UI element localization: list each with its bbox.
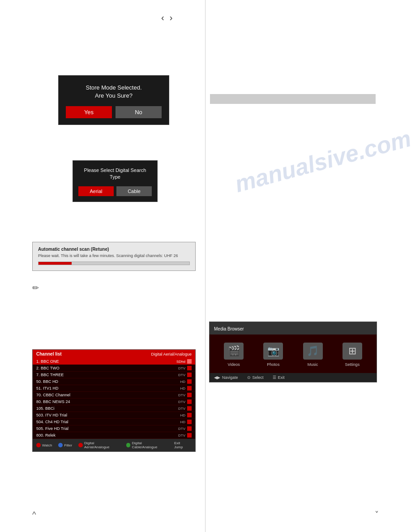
footer-filter: Filter	[58, 443, 72, 447]
media-item-music[interactable]: 🎵 Music	[303, 343, 323, 367]
media-browser-box: Media Browser 🎬 Videos 📷 Photos 🎵 Music …	[209, 322, 377, 382]
channel-icon	[187, 426, 192, 431]
channel-row[interactable]: 105. BBCi DTV	[33, 405, 195, 412]
bottom-down-arrow[interactable]: ˅	[375, 510, 379, 519]
footer-watch: Watch	[36, 443, 52, 447]
media-item-label: Music	[308, 362, 318, 367]
channel-type: DTV	[178, 400, 185, 404]
channel-row[interactable]: 503. ITV HD Trial HD	[33, 412, 195, 419]
channel-type: HD	[180, 380, 185, 384]
gray-bar	[210, 94, 376, 104]
channel-type: HD	[180, 386, 185, 390]
scan-description: Please wait. This is will take a few min…	[38, 253, 190, 258]
channel-row[interactable]: 800. Relek DTV	[33, 432, 195, 439]
channel-name: 7. BBC THREE	[36, 373, 178, 377]
channel-icon	[187, 359, 192, 364]
filter-label: Filter	[64, 443, 72, 447]
channel-icon	[187, 399, 192, 404]
channel-icon	[187, 373, 192, 377]
channel-row[interactable]: 504. Ch4 HD Trial HD	[33, 419, 195, 425]
media-browser-content: 🎬 Videos 📷 Photos 🎵 Music ⊞ Settings	[210, 335, 377, 373]
channel-row[interactable]: 1. BBC ONE SDhd	[33, 358, 195, 365]
channel-row[interactable]: 50. BBC HD HD	[33, 378, 195, 385]
footer-exit: Exit Jump	[174, 441, 192, 449]
aerial-label: Digital Aerial/Analogue	[84, 441, 120, 449]
channel-row[interactable]: 505. Five HD Trial DTV	[33, 425, 195, 432]
aerial-button[interactable]: Aerial	[78, 186, 114, 196]
media-browser-title: Media Browser	[214, 326, 244, 331]
channel-row[interactable]: 80. BBC NEWS 24 DTV	[33, 399, 195, 405]
no-button[interactable]: No	[116, 106, 162, 118]
footer-digital-aerial: Digital Aerial/Analogue	[78, 441, 120, 449]
mb-footer-exit: ☰ Exit	[273, 375, 285, 380]
channel-name: 504. Ch4 HD Trial	[36, 420, 180, 424]
cable-button[interactable]: Cable	[116, 186, 152, 196]
channel-type: DTV	[178, 393, 185, 397]
cable-label: Digital Cable/Analogue	[132, 441, 167, 449]
cable-dot	[126, 443, 131, 447]
nav-arrows: ‹ ›	[161, 13, 172, 23]
media-item-photos[interactable]: 📷 Photos	[263, 343, 283, 367]
channel-icon	[187, 413, 192, 417]
channel-type: DTV	[178, 433, 185, 438]
channel-icon	[187, 420, 192, 424]
channel-row[interactable]: 7. BBC THREE DTV	[33, 372, 195, 378]
film-icon: 🎬	[224, 343, 244, 360]
search-type-buttons: Aerial Cable	[78, 186, 152, 196]
watermark: manualsive.com	[232, 125, 411, 198]
channel-icon	[187, 379, 192, 384]
store-mode-title: Store Mode Selected. Are You Sure?	[66, 84, 162, 100]
prev-arrow[interactable]: ‹	[161, 13, 164, 23]
store-mode-dialog: Store Mode Selected. Are You Sure? Yes N…	[58, 75, 169, 125]
digital-search-title: Please Select Digital Search Type	[78, 167, 152, 181]
yes-button[interactable]: Yes	[66, 106, 112, 118]
channel-row[interactable]: 70. CBBC Channel DTV	[33, 392, 195, 399]
media-item-label: Photos	[267, 362, 279, 367]
media-item-label: Videos	[227, 362, 240, 367]
channel-list-title: Channel list	[36, 352, 62, 356]
channel-name: 503. ITV HD Trial	[36, 413, 180, 417]
settings-icon: ⊞	[342, 343, 362, 360]
aerial-dot	[78, 443, 83, 447]
media-browser-header: Media Browser	[210, 322, 377, 335]
media-item-videos[interactable]: 🎬 Videos	[224, 343, 244, 367]
channel-row[interactable]: 2. BBC TWO DTV	[33, 365, 195, 372]
left-column: ‹ › Store Mode Selected. Are You Sure? Y…	[0, 0, 206, 532]
channel-name: 80. BBC NEWS 24	[36, 399, 178, 404]
progress-bar	[38, 262, 190, 265]
channel-name: 1. BBC ONE	[36, 359, 176, 364]
channel-icon	[187, 433, 192, 438]
pencil-icon: ✏	[32, 283, 39, 293]
mb-footer-navigate: ◀▶ Navigate	[214, 375, 238, 380]
channel-icon	[187, 386, 192, 390]
photo-icon: 📷	[263, 343, 283, 360]
footer-digital-cable: Digital Cable/Analogue	[126, 441, 168, 449]
scan-title: Automatic channel scan (Retune)	[38, 247, 190, 252]
channel-list-type: Digital Aerial/Analogue	[151, 352, 192, 356]
channel-row[interactable]: 51. ITV1 HD HD	[33, 385, 195, 392]
channel-type: DTV	[178, 427, 185, 431]
media-browser-footer: ◀▶ Navigate ⊙ Select ☰ Exit	[210, 373, 377, 382]
channel-name: 105. BBCi	[36, 406, 178, 411]
channel-name: 800. Relek	[36, 433, 178, 438]
channel-type: HD	[180, 413, 185, 417]
channel-type: SDhd	[176, 360, 185, 364]
channel-name: 70. CBBC Channel	[36, 393, 178, 397]
channel-rows: 1. BBC ONE SDhd 2. BBC TWO DTV 7. BBC TH…	[33, 358, 195, 439]
mb-footer-select: ⊙ Select	[247, 375, 264, 380]
channel-scan-box: Automatic channel scan (Retune) Please w…	[32, 242, 196, 271]
channel-list-footer: Watch Filter Digital Aerial/Analogue Dig…	[33, 439, 195, 451]
channel-name: 2. BBC TWO	[36, 366, 178, 370]
watch-label: Watch	[42, 443, 52, 447]
channel-icon	[187, 366, 192, 370]
music-icon: 🎵	[303, 343, 323, 360]
store-mode-buttons: Yes No	[66, 106, 162, 118]
channel-name: 505. Five HD Trial	[36, 426, 178, 431]
bottom-up-arrow[interactable]: ^	[32, 510, 36, 519]
right-column: manualsive.com Media Browser 🎬 Videos 📷 …	[206, 0, 411, 532]
channel-type: HD	[180, 420, 185, 424]
next-arrow[interactable]: ›	[170, 13, 173, 23]
digital-search-dialog: Please Select Digital Search Type Aerial…	[73, 160, 158, 202]
channel-type: DTV	[178, 407, 185, 411]
media-item-settings[interactable]: ⊞ Settings	[342, 343, 362, 367]
